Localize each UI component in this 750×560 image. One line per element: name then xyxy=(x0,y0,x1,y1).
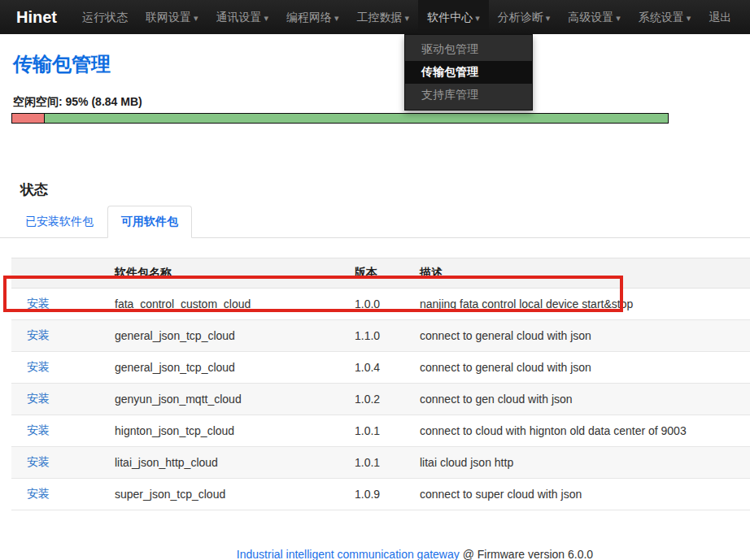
table-row: 安装 fata_control_custom_cloud 1.0.0 nanji… xyxy=(11,289,750,320)
package-description-cell: connect to general cloud with json xyxy=(413,320,750,352)
install-link[interactable]: 安装 xyxy=(27,328,50,341)
nav-item-label: 分析诊断 xyxy=(498,11,543,24)
chevron-down-icon: ▾ xyxy=(264,13,269,23)
nav-item-label: 编程网络 xyxy=(286,11,332,24)
nav-item[interactable]: 通讯设置▾ xyxy=(207,0,278,34)
tab-label: 已安装软件包 xyxy=(25,215,94,228)
package-description-cell: nanjing fata control local device start&… xyxy=(413,289,750,320)
chevron-down-icon: ▾ xyxy=(405,13,410,23)
package-description-cell: litai cloud json http xyxy=(413,447,750,479)
chevron-down-icon: ▾ xyxy=(687,13,691,23)
package-name-cell: genyun_json_mqtt_cloud xyxy=(108,384,348,415)
dropdown-menu-item[interactable]: 传输包管理 xyxy=(405,61,532,84)
nav-item-label: 工控数据 xyxy=(357,11,403,24)
column-header-version: 版本 xyxy=(348,258,413,289)
dropdown-item-label: 驱动包管理 xyxy=(421,42,478,55)
column-header-description: 描述 xyxy=(413,258,750,289)
package-version-cell: 1.0.9 xyxy=(348,479,413,510)
nav-item-label: 运行状态 xyxy=(82,11,128,24)
package-name-cell: fata_control_custom_cloud xyxy=(108,289,348,320)
nav-item-label: 通讯设置 xyxy=(216,11,262,24)
nav-item[interactable]: 编程网络▾ xyxy=(277,0,348,34)
tab-bar: 已安装软件包 可用软件包 xyxy=(0,206,750,238)
package-description-cell: connect to gen cloud with json xyxy=(413,384,750,415)
nav-item-label: 软件中心 xyxy=(427,11,473,24)
nav-item[interactable]: 退出▾ xyxy=(700,0,740,34)
brand-logo[interactable]: Hinet xyxy=(0,0,73,34)
package-description-cell: connect to general cloud with json xyxy=(413,352,750,384)
package-name-cell: general_json_tcp_cloud xyxy=(108,320,348,352)
page-title: 传输包管理 xyxy=(13,51,750,77)
package-version-cell: 1.0.4 xyxy=(348,352,413,384)
install-link[interactable]: 安装 xyxy=(27,455,50,468)
install-link[interactable]: 安装 xyxy=(27,297,50,310)
package-name-cell: super_json_tcp_cloud xyxy=(108,479,348,510)
software-center-dropdown: 驱动包管理 传输包管理 支持库管理 xyxy=(404,34,533,111)
nav-item[interactable]: 分析诊断▾ xyxy=(489,0,560,34)
package-version-cell: 1.0.1 xyxy=(348,415,413,447)
chevron-down-icon: ▾ xyxy=(616,13,621,23)
tab-label: 可用软件包 xyxy=(121,215,178,228)
package-version-cell: 1.1.0 xyxy=(348,320,413,352)
capacity-bar-free-segment xyxy=(45,114,668,123)
package-name-cell: general_json_tcp_cloud xyxy=(108,352,348,384)
chevron-down-icon: ▾ xyxy=(546,13,551,23)
page-content: 传输包管理 空闲空间: 95% (8.84 MB) 状态 已安装软件包 可用软件… xyxy=(0,51,750,560)
table-row: 安装 litai_json_http_cloud 1.0.1 litai clo… xyxy=(11,447,750,479)
nav-item-label: 高级设置 xyxy=(568,11,613,24)
chevron-down-icon: ▾ xyxy=(194,13,198,23)
navbar-menu: 运行状态▾ 联网设置▾ 通讯设置▾ 编程网络▾ 工控数据▾ 软件中心▾ 分析诊断… xyxy=(73,0,740,34)
chevron-down-icon: ▾ xyxy=(334,13,339,23)
nav-item[interactable]: 工控数据▾ xyxy=(348,0,419,34)
package-name-cell: hignton_json_tcp_cloud xyxy=(108,415,348,447)
tab[interactable]: 已安装软件包 xyxy=(11,206,107,238)
package-description-cell: connect to super cloud with json xyxy=(413,479,750,510)
nav-item[interactable]: 联网设置▾ xyxy=(137,0,207,34)
tab[interactable]: 可用软件包 xyxy=(107,206,192,238)
install-link[interactable]: 安装 xyxy=(27,360,50,373)
packages-table-body: 安装 fata_control_custom_cloud 1.0.0 nanji… xyxy=(11,289,750,510)
chevron-down-icon: ▾ xyxy=(475,13,480,23)
gateway-link[interactable]: Industrial intelligent communication gat… xyxy=(237,548,460,560)
table-row: 安装 hignton_json_tcp_cloud 1.0.1 connect … xyxy=(11,415,750,447)
nav-item-label: 退出 xyxy=(709,11,731,24)
nav-item[interactable]: 软件中心▾ xyxy=(418,0,489,34)
column-header-name: 软件包名称 xyxy=(108,258,348,289)
nav-item[interactable]: 运行状态▾ xyxy=(73,0,137,34)
package-version-cell: 1.0.1 xyxy=(348,447,413,479)
package-version-cell: 1.0.2 xyxy=(348,384,413,415)
package-description-cell: connect to cloud with hignton old data c… xyxy=(413,415,750,447)
table-row: 安装 general_json_tcp_cloud 1.0.4 connect … xyxy=(11,352,750,384)
nav-item[interactable]: 高级设置▾ xyxy=(559,0,630,34)
free-space-label: 空闲空间: 95% (8.84 MB) xyxy=(13,95,750,110)
navbar: Hinet 运行状态▾ 联网设置▾ 通讯设置▾ 编程网络▾ 工控数据▾ 软件中心… xyxy=(0,0,750,34)
package-version-cell: 1.0.0 xyxy=(348,289,413,320)
install-link[interactable]: 安装 xyxy=(27,423,50,436)
nav-item-label: 联网设置 xyxy=(146,11,191,24)
install-link[interactable]: 安装 xyxy=(27,392,50,405)
nav-item[interactable]: 系统设置▾ xyxy=(630,0,700,34)
dropdown-menu-item[interactable]: 支持库管理 xyxy=(405,84,532,106)
dropdown-menu-item[interactable]: 驱动包管理 xyxy=(405,38,532,61)
column-header-install xyxy=(11,258,108,289)
firmware-version-text: @ Firmware version 6.0.0 xyxy=(460,548,593,560)
nav-item-label: 系统设置 xyxy=(639,11,684,24)
packages-table: 软件包名称 版本 描述 安装 fata_control_custom_cloud… xyxy=(11,258,750,510)
table-row: 安装 genyun_json_mqtt_cloud 1.0.2 connect … xyxy=(11,384,750,415)
status-heading: 状态 xyxy=(20,180,750,199)
install-link[interactable]: 安装 xyxy=(27,487,50,500)
footer: Industrial intelligent communication gat… xyxy=(0,548,750,560)
package-name-cell: litai_json_http_cloud xyxy=(108,447,348,479)
table-row: 安装 super_json_tcp_cloud 1.0.9 connect to… xyxy=(11,479,750,510)
capacity-bar-used-segment xyxy=(12,114,45,123)
table-row: 安装 general_json_tcp_cloud 1.1.0 connect … xyxy=(11,320,750,352)
capacity-bar xyxy=(11,113,669,124)
dropdown-item-label: 支持库管理 xyxy=(421,88,478,101)
dropdown-item-label: 传输包管理 xyxy=(421,65,478,78)
table-header-row: 软件包名称 版本 描述 xyxy=(11,258,750,289)
